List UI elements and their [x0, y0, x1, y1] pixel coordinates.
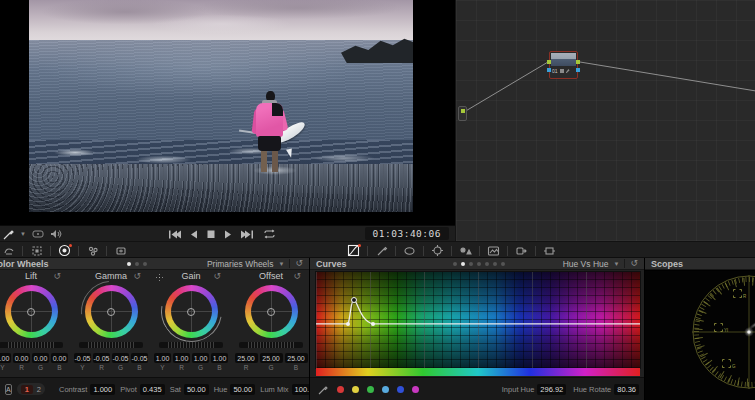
- gain-color-wheel[interactable]: [165, 285, 218, 338]
- play-button[interactable]: [224, 230, 232, 239]
- gain-wheel-group: Gain↺ 1.00 1.00 1.00 1.00 Y R G B: [152, 271, 230, 376]
- chevron-down-icon[interactable]: ▼: [614, 261, 620, 267]
- tracker-icon[interactable]: [431, 244, 444, 257]
- key-input-port[interactable]: [547, 68, 551, 72]
- contrast-value[interactable]: 1.000: [90, 384, 115, 395]
- gamma-master-wheel[interactable]: [79, 342, 143, 348]
- chevron-down-icon[interactable]: ▼: [279, 261, 285, 267]
- magenta-swatch[interactable]: [412, 386, 419, 393]
- loop-button[interactable]: [263, 229, 276, 239]
- curves-footer: Input Hue296.92 Hue Rotate80.36: [310, 377, 644, 400]
- curves-icon[interactable]: [347, 244, 360, 257]
- value-box[interactable]: 0.00: [51, 353, 68, 363]
- grab-still-icon[interactable]: [3, 229, 14, 240]
- modified-badge: [358, 244, 361, 247]
- reset-icon[interactable]: ↺: [53, 271, 61, 281]
- value-box[interactable]: 1.00: [211, 353, 228, 363]
- value-box[interactable]: 25.00: [235, 353, 258, 363]
- value-box[interactable]: -0.05: [93, 353, 110, 363]
- curve-point-selected[interactable]: [351, 297, 357, 303]
- cyan-swatch[interactable]: [382, 386, 389, 393]
- green-swatch[interactable]: [367, 386, 374, 393]
- offset-master-wheel[interactable]: [239, 342, 303, 348]
- target-yl-label: Yl: [724, 328, 728, 333]
- rgb-input-port[interactable]: [547, 60, 551, 64]
- gain-master-wheel[interactable]: [159, 342, 223, 348]
- page-2-button[interactable]: 2: [37, 385, 41, 394]
- source-node[interactable]: [458, 106, 467, 121]
- value-box[interactable]: 25.00: [285, 353, 308, 363]
- chevron-down-icon[interactable]: ▼: [20, 231, 26, 237]
- key-output-port[interactable]: [576, 68, 580, 72]
- value-box[interactable]: 1.00: [192, 353, 209, 363]
- rgb-output-port[interactable]: [576, 60, 580, 64]
- play-reverse-button[interactable]: [190, 230, 198, 239]
- reset-all-icon[interactable]: ↺: [630, 259, 638, 268]
- transport-controls: [168, 226, 276, 242]
- curves-mode-dropdown[interactable]: Hue Vs Hue: [563, 259, 609, 269]
- gamma-color-wheel[interactable]: [85, 285, 138, 338]
- sat-value[interactable]: 50.00: [184, 384, 209, 395]
- value-box[interactable]: -0.05: [112, 353, 129, 363]
- blur-icon[interactable]: [487, 244, 500, 257]
- value-box[interactable]: -0.05: [131, 353, 148, 363]
- color-wheels-icon[interactable]: [58, 244, 71, 257]
- hue-rotate-value[interactable]: 80.36: [614, 384, 639, 395]
- lift-color-wheel[interactable]: [5, 285, 58, 338]
- value-box[interactable]: 0.00: [0, 353, 11, 363]
- qualifier-icon[interactable]: [375, 244, 388, 257]
- value-box[interactable]: -0.05: [74, 353, 91, 363]
- lift-master-wheel[interactable]: [0, 342, 63, 348]
- audio-mute-icon[interactable]: [50, 229, 62, 239]
- page-dots[interactable]: [453, 262, 505, 266]
- camera-raw-icon[interactable]: [2, 244, 15, 257]
- wheels-footer: A 1 2 Contrast1.000 Pivot0.435 Sat50.00 …: [0, 377, 309, 400]
- reset-all-icon[interactable]: ↺: [295, 259, 303, 268]
- value-box[interactable]: 0.00: [32, 353, 49, 363]
- hue-value[interactable]: 50.00: [230, 384, 255, 395]
- panel-title: Curves: [316, 259, 347, 269]
- red-swatch[interactable]: [337, 386, 344, 393]
- video-frame: [29, 0, 413, 212]
- hue-reference-strip: [316, 368, 640, 376]
- scopes-panel: Scopes: [645, 258, 755, 400]
- magic-mask-icon[interactable]: [459, 244, 472, 257]
- page-1-button[interactable]: 1: [21, 385, 33, 394]
- wheels-mode-dropdown[interactable]: Primaries Wheels: [207, 259, 274, 269]
- value-box[interactable]: 25.00: [260, 353, 283, 363]
- sizing-icon[interactable]: [543, 244, 556, 257]
- hue-vs-hue-graph[interactable]: [316, 272, 640, 368]
- eyedropper-icon[interactable]: [318, 384, 329, 395]
- auto-button[interactable]: A: [5, 384, 12, 395]
- rgb-mixer-icon[interactable]: [86, 244, 99, 257]
- reset-icon[interactable]: ↺: [213, 271, 221, 281]
- color-match-icon[interactable]: [30, 244, 43, 257]
- first-frame-button[interactable]: [168, 230, 181, 239]
- stop-button[interactable]: [207, 230, 215, 239]
- page-dots[interactable]: [127, 262, 147, 266]
- value-box[interactable]: 1.00: [154, 353, 171, 363]
- curve-point[interactable]: [371, 322, 375, 326]
- reset-icon[interactable]: ↺: [133, 271, 141, 281]
- corrector-node[interactable]: 01: [549, 51, 578, 79]
- viewer-mode-icon[interactable]: [32, 229, 44, 239]
- key-icon[interactable]: [515, 244, 528, 257]
- davinci-resolve-color-page: ▼: [0, 0, 755, 400]
- value-box[interactable]: 1.00: [173, 353, 190, 363]
- input-hue-value[interactable]: 296.92: [537, 384, 566, 395]
- pivot-value[interactable]: 0.435: [140, 384, 165, 395]
- reset-icon[interactable]: ↺: [293, 271, 301, 281]
- lum-mix-value[interactable]: 100.00: [292, 384, 310, 395]
- yellow-swatch[interactable]: [352, 386, 359, 393]
- modified-badge: [69, 244, 72, 247]
- node-thumbnail: [551, 53, 576, 66]
- power-window-icon[interactable]: [403, 244, 416, 257]
- motion-effects-icon[interactable]: [114, 244, 127, 257]
- last-frame-button[interactable]: [241, 230, 254, 239]
- hue-swatches: [337, 386, 419, 393]
- blue-swatch[interactable]: [397, 386, 404, 393]
- offset-color-wheel[interactable]: [245, 285, 298, 338]
- value-box[interactable]: 0.00: [13, 353, 30, 363]
- curve-point[interactable]: [346, 322, 350, 326]
- gamma-wheel-group: Gamma↺ -0.05 -0.05 -0.05 -0.05 Y R G B: [72, 271, 150, 376]
